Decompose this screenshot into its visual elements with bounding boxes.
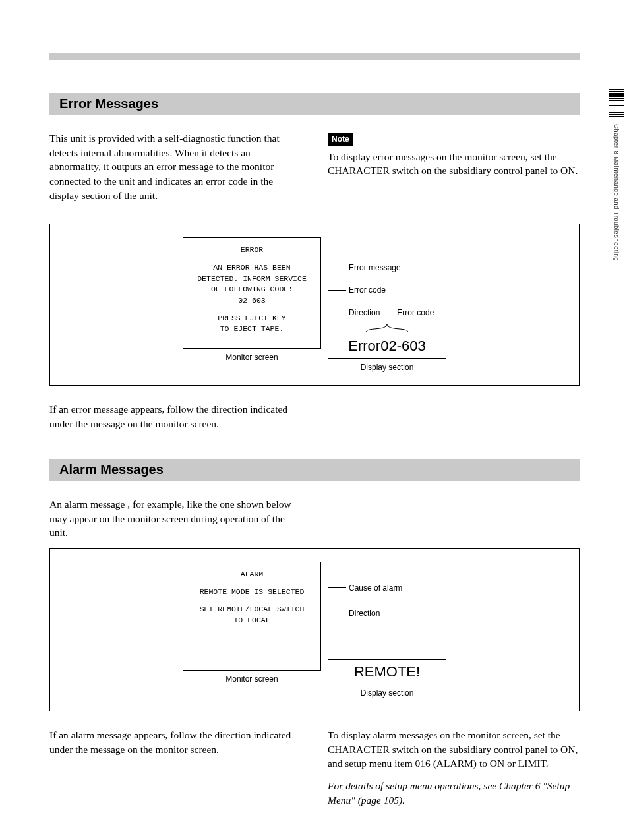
monitor-cause-line: REMOTE MODE IS SELECTED [200, 587, 305, 598]
error-messages-heading: Error Messages [49, 93, 580, 115]
error-display-section: Error02-603 [328, 334, 446, 359]
monitor-msg-line: OF FOLLOWING CODE: [197, 284, 307, 295]
alarm-monitor-screen: ALARM REMOTE MODE IS SELECTED SET REMOTE… [183, 562, 321, 671]
error-after-paragraph: If an error message appears, follow the … [49, 402, 304, 431]
annot-error-code-2: Error code [397, 308, 434, 317]
error-note-paragraph: To display error messages on the monitor… [328, 150, 580, 178]
monitor-direction-line: TO LOCAL [200, 615, 305, 626]
error-figure-box: ERROR AN ERROR HAS BEEN DETECTED. INFORM… [49, 224, 580, 386]
monitor-title: ERROR [241, 245, 264, 256]
note-badge: Note [328, 133, 353, 146]
alarm-reference: For details of setup menu operations, se… [328, 779, 580, 807]
monitor-msg-line: AN ERROR HAS BEEN [197, 262, 307, 274]
monitor-code: 02-603 [197, 295, 307, 307]
alarm-figure-box: ALARM REMOTE MODE IS SELECTED SET REMOTE… [49, 548, 580, 711]
monitor-msg-line: DETECTED. INFORM SERVICE [197, 274, 307, 285]
monitor-direction-line: SET REMOTE/LOCAL SWITCH [200, 604, 305, 615]
alarm-after-right: To display alarm messages on the monitor… [328, 728, 580, 771]
error-monitor-screen: ERROR AN ERROR HAS BEEN DETECTED. INFORM… [183, 237, 321, 349]
page-content: Error Messages This unit is provided wit… [0, 0, 629, 840]
error-intro-paragraph: This unit is provided with a self-diagno… [49, 131, 301, 202]
monitor-caption: Monitor screen [225, 675, 278, 684]
annot-direction: Direction [349, 609, 380, 618]
alarm-intro-paragraph: An alarm message , for example, like the… [49, 497, 304, 540]
annot-direction: Direction [349, 308, 380, 317]
monitor-direction-line: PRESS EJECT KEY [218, 313, 286, 324]
monitor-caption: Monitor screen [225, 353, 278, 362]
monitor-title: ALARM [241, 569, 264, 580]
alarm-messages-heading: Alarm Messages [49, 459, 580, 481]
annot-cause: Cause of alarm [349, 584, 402, 593]
monitor-direction-line: TO EJECT TAPE. [218, 324, 286, 335]
annot-error-code: Error code [349, 285, 386, 295]
top-rule [49, 53, 580, 60]
alarm-after-left: If an alarm message appears, follow the … [49, 728, 301, 756]
alarm-display-section: REMOTE! [328, 659, 446, 684]
annot-error-message: Error message [349, 263, 401, 272]
display-caption: Display section [361, 363, 414, 372]
display-caption: Display section [361, 688, 414, 698]
brace-icon [328, 323, 446, 334]
